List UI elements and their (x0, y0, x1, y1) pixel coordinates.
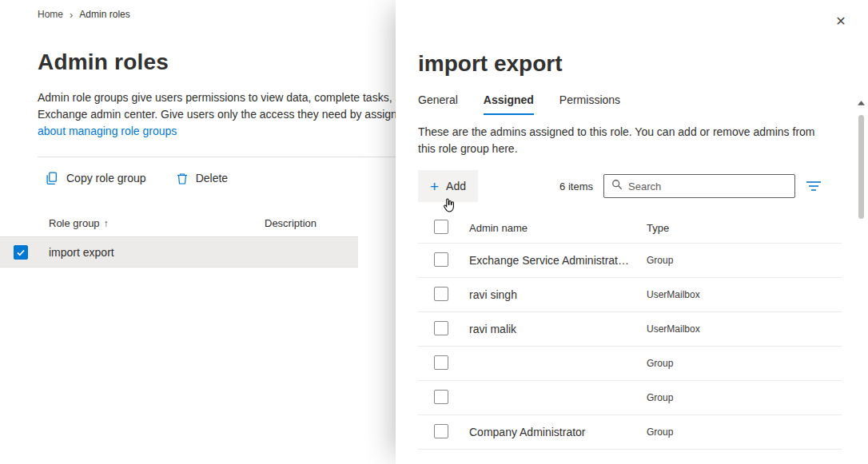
admin-name: Company Administrator (469, 426, 647, 438)
scrollbar-thumb[interactable] (858, 115, 864, 219)
delete-button[interactable]: Delete (176, 172, 228, 185)
search-input[interactable] (628, 180, 787, 192)
column-role-group[interactable]: Role group ↑ (49, 217, 265, 229)
admin-row[interactable]: ravi singh UserMailbox (418, 278, 842, 312)
panel-scrollbar[interactable] (856, 89, 866, 464)
row-checkbox[interactable] (434, 287, 448, 301)
table-row-import-export[interactable]: import export (0, 237, 358, 268)
admin-type: Group (647, 358, 842, 369)
tab-bar: General Assigned Permissions (418, 93, 846, 116)
tab-permissions[interactable]: Permissions (559, 93, 620, 115)
checkmark-icon (16, 248, 26, 257)
admins-table-header: Admin name Type (418, 213, 842, 244)
copy-role-group-button[interactable]: Copy role group (46, 172, 146, 185)
exchange-admin-center: Home › Admin roles Admin roles Admin rol… (0, 0, 868, 464)
admin-name: Exchange Service Administrat… (469, 254, 647, 267)
admin-row[interactable]: Group (418, 347, 842, 381)
copy-role-group-label: Copy role group (66, 172, 146, 184)
admin-type: Group (647, 392, 842, 403)
column-description[interactable]: Description (265, 217, 358, 229)
scroll-up-icon[interactable] (858, 89, 865, 109)
panel-body: import export General Assigned Permissio… (396, 0, 868, 464)
sort-ascending-icon: ↑ (104, 218, 109, 229)
row-checkbox[interactable] (434, 252, 448, 267)
admin-type: UserMailbox (647, 323, 842, 335)
search-icon (611, 179, 623, 193)
admin-row[interactable]: Exchange Service Administrat… Group (418, 244, 842, 278)
panel-title: import export (418, 0, 846, 77)
admin-type: Group (647, 426, 842, 438)
add-label: Add (446, 180, 466, 192)
row-checkbox[interactable] (434, 355, 448, 370)
row-checkbox[interactable] (434, 390, 448, 404)
role-details-panel: ✕ import export General Assigned Permiss… (396, 0, 868, 464)
add-button[interactable]: + Add (418, 170, 478, 202)
row-checkbox[interactable] (14, 245, 28, 260)
filter-icon[interactable] (806, 180, 822, 192)
items-count: 6 items (559, 180, 593, 192)
breadcrumb-home-link[interactable]: Home (38, 9, 63, 20)
learn-more-link[interactable]: about managing role groups (38, 123, 177, 140)
copy-icon (46, 172, 59, 185)
chevron-right-icon: › (70, 10, 73, 20)
delete-icon (176, 172, 189, 185)
select-all-checkbox[interactable] (434, 220, 448, 234)
tab-general[interactable]: General (418, 93, 458, 115)
roles-table-header: Role group ↑ Description (0, 210, 358, 237)
admin-type: UserMailbox (647, 289, 842, 300)
column-admin-name[interactable]: Admin name (469, 222, 647, 234)
role-group-name[interactable]: import export (49, 246, 265, 259)
admin-name: ravi singh (469, 288, 647, 301)
row-checkbox[interactable] (434, 424, 448, 438)
admin-row[interactable]: Company Administrator Group (418, 415, 842, 450)
column-role-group-label: Role group (49, 217, 100, 229)
row-checkbox[interactable] (434, 321, 448, 335)
panel-toolbar: + Add 6 items (418, 170, 846, 202)
delete-label: Delete (196, 172, 228, 184)
admin-type: Group (647, 255, 842, 266)
admin-name: ravi malik (469, 323, 647, 335)
breadcrumb-current: Admin roles (79, 9, 129, 20)
tab-assigned[interactable]: Assigned (484, 93, 534, 115)
add-icon: + (430, 179, 439, 194)
search-box[interactable] (603, 174, 795, 198)
admin-row[interactable]: Group (418, 381, 842, 415)
column-type[interactable]: Type (647, 222, 842, 234)
admin-row[interactable]: ravi malik UserMailbox (418, 312, 842, 347)
panel-description: These are the admins assigned to this ro… (418, 124, 822, 157)
